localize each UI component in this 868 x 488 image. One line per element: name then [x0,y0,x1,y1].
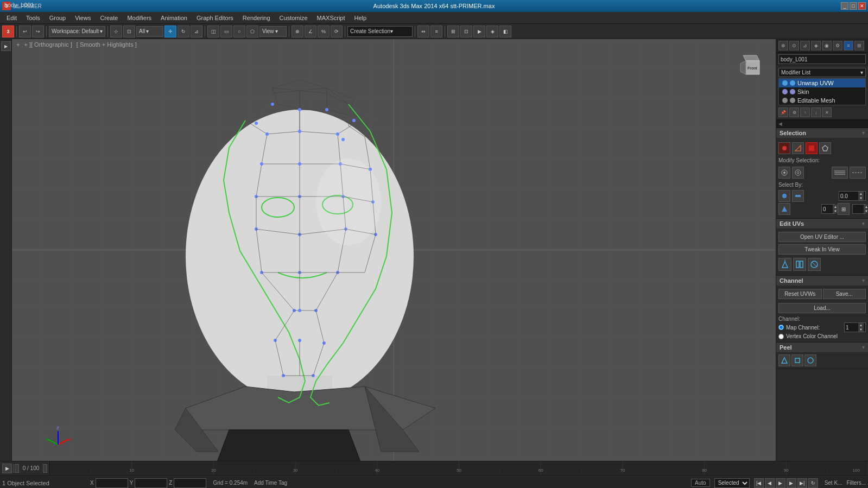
rectangle-select-button[interactable]: ▭ [220,26,232,37]
modifier-item-unwrap[interactable]: Unwrap UVW [779,79,865,87]
select-by-value-2[interactable] [822,206,833,212]
left-panel-play-button[interactable]: ▶ [1,41,11,51]
select-region-button[interactable]: ⊡ [123,26,135,37]
peel-btn-1[interactable] [778,354,790,366]
snap-spinner-button[interactable]: ⟳ [331,26,343,37]
object-name-input[interactable] [778,54,866,64]
render-setup-button[interactable]: ⊡ [460,26,472,37]
face-mode-button[interactable] [806,142,818,154]
view-dropdown[interactable]: View ▾ [259,26,287,37]
menu-graph-editors[interactable]: Graph Editors [192,14,238,22]
timeline-prev-button[interactable] [15,464,19,473]
mod-move-up-button[interactable]: ↑ [800,107,810,117]
channel-load-button[interactable]: Load... [778,303,866,313]
menu-tools[interactable]: Tools [22,14,45,22]
select-by-vertex-button[interactable] [778,190,790,202]
vertex-mode-button[interactable] [778,142,790,154]
go-start-button[interactable]: |◀ [754,478,764,488]
add-time-tag-button[interactable]: Add Time Tag [254,480,287,486]
viewport-shading-label[interactable]: [ Smooth + Highlights ] [77,41,137,48]
next-frame-button[interactable]: ▶ [787,478,796,488]
deselect-button[interactable] [850,167,866,179]
select-move-button[interactable]: ✛ [164,26,176,37]
spinbox-down-1[interactable]: ▼ [858,196,864,200]
menu-maxscript[interactable]: MAXScript [313,14,350,22]
rp-icon-motion[interactable]: ◈ [811,41,821,50]
minimize-button[interactable]: _ [841,2,848,10]
channel-save-button[interactable]: Save... [823,289,866,299]
layer-manager-button[interactable]: ⊞ [447,26,459,37]
select-by-face-button[interactable] [778,203,790,215]
rotate-button[interactable]: ↻ [178,26,189,37]
rp-icon-create[interactable]: ⊕ [778,41,788,50]
reset-uvws-button[interactable]: Reset UVWs [778,289,822,299]
scale-button[interactable]: ⊿ [191,26,202,37]
menu-rendering[interactable]: Rendering [238,14,275,22]
circle-select-button[interactable]: ○ [233,26,245,37]
close-button[interactable]: ✕ [858,2,866,10]
app-menu-button[interactable]: 3 [2,26,14,37]
peel-btn-2[interactable] [791,354,803,366]
rp-icon-hierarchy[interactable]: ⊿ [800,41,810,50]
open-uv-editor-button[interactable]: Open UV Editor ... [778,232,866,242]
channel-header[interactable]: Channel ▾ [776,276,868,286]
mod-configure-button[interactable]: ⚙ [789,107,799,117]
rp-icon-extra[interactable]: ⊞ [854,41,864,50]
map-channel-down[interactable]: ▼ [858,327,864,332]
fence-select-button[interactable]: ⬠ [246,26,258,37]
select-by-value-3[interactable] [853,206,864,212]
map-channel-radio[interactable] [778,325,784,330]
go-end-button[interactable]: ▶| [797,478,807,488]
select-object-button[interactable]: ⊹ [110,26,122,37]
menu-modifiers[interactable]: Modifiers [123,14,156,22]
selection-dropdown[interactable]: All ▾ [136,26,163,37]
rp-icon-utilities[interactable]: ⚙ [833,41,842,50]
peel-btn-3[interactable] [804,354,816,366]
filters-label[interactable]: Filters... [846,480,866,486]
mod-move-down-button[interactable]: ↓ [811,107,821,117]
selection-header[interactable]: Selection ▾ [776,128,868,138]
timeline-play-button[interactable]: ▶ [2,464,12,473]
auto-button[interactable]: Auto [691,479,710,487]
spinbox-up-1[interactable]: ▲ [858,192,864,196]
z-coord-input[interactable] [174,478,206,488]
redo-button[interactable]: ↪ [32,26,44,37]
select-all-button[interactable] [832,167,848,179]
viewport[interactable]: + + ][ Orthographic ] [ Smooth + Highlig… [12,39,776,461]
polygon-mode-button[interactable] [819,142,831,154]
loop-button[interactable]: ↻ [808,478,818,488]
render-result-button[interactable]: ◧ [499,26,511,37]
select-by-spinbox-2[interactable]: ▲ ▼ [821,204,835,214]
shrink-selection-button[interactable] [792,167,804,179]
mod-pin-button[interactable]: 📌 [778,107,788,117]
render-button[interactable]: ▶ [473,26,485,37]
spinbox-down-3[interactable]: ▼ [864,209,868,213]
menu-views[interactable]: Views [71,14,95,22]
modifier-item-emesh[interactable]: Editable Mesh [779,96,865,105]
grow-selection-button[interactable] [778,167,790,179]
menu-edit[interactable]: Edit [2,14,21,22]
snap-percent-button[interactable]: % [318,26,330,37]
menu-help[interactable]: Help [350,14,371,22]
viewport-bracket-label[interactable]: + [16,41,20,48]
x-coord-input[interactable] [96,478,128,488]
vertex-color-radio[interactable] [778,334,784,339]
undo-button[interactable]: ↩ [19,26,31,37]
menu-group[interactable]: Group [45,14,71,22]
map-channel-value[interactable]: 1 [845,325,858,331]
uv-relax-button[interactable] [808,258,821,271]
nav-cube[interactable]: Front [732,50,765,83]
mod-delete-button[interactable]: ✕ [822,107,832,117]
edit-uvs-header[interactable]: Edit UVs ▾ [776,219,868,229]
menu-customize[interactable]: Customize [275,14,312,22]
select-by-value-1[interactable] [839,193,858,199]
select-by-spinbox-3[interactable]: ▲ ▼ [852,204,866,214]
prev-frame-button[interactable]: ◀ [765,478,775,488]
rp-icon-modify[interactable]: ⊙ [789,41,799,50]
maximize-button[interactable]: □ [850,2,857,10]
select-by-map-button[interactable]: ⊞ [838,203,850,215]
selected-dropdown[interactable]: Selected [714,478,750,488]
align-button[interactable]: ≡ [430,26,442,37]
modifier-item-skin[interactable]: Skin [779,87,865,96]
y-coord-input[interactable] [135,478,167,488]
